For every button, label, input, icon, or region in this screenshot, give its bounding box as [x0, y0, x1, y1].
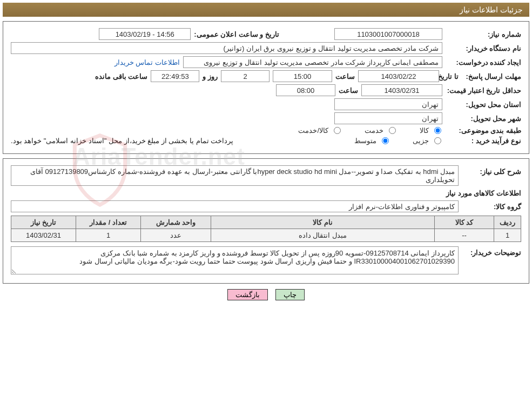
buyer-org: شرکت مادر تخصصی مدیریت تولید انتقال و تو…	[11, 42, 442, 54]
th-name: نام کالا	[211, 216, 435, 229]
contact-link[interactable]: اطلاعات تماس خریدار	[115, 58, 180, 66]
cell-row: 1	[494, 229, 521, 242]
deadline-date: 1403/02/22	[358, 70, 439, 82]
buyer-desc-label: توضیحات خریدار:	[462, 246, 521, 274]
deadline-label: مهلت ارسال پاسخ:	[462, 72, 521, 80]
city: تهران	[334, 112, 442, 124]
items-section-title: اطلاعات کالاهای مورد نیاز	[11, 189, 521, 197]
proc-medium-label: متوسط	[354, 137, 376, 145]
th-code: کد کالا	[435, 216, 494, 229]
deadline-time: 15:00	[273, 70, 332, 82]
hour-label-2: ساعت	[339, 86, 358, 95]
need-number: 1103001007000018	[334, 28, 442, 40]
proc-partial-label: جزیی	[413, 137, 429, 145]
cell-qty: 1	[76, 229, 141, 242]
payment-note: پرداخت تمام یا بخشی از مبلغ خرید،از محل …	[11, 137, 233, 145]
province: تهران	[334, 98, 442, 110]
proc-partial-radio[interactable]	[434, 137, 441, 144]
cell-code: --	[435, 229, 494, 242]
cat-both-radio[interactable]	[334, 127, 341, 134]
announce-value: 14:56 - 1403/02/19	[99, 28, 191, 40]
group: کامپیوتر و فناوری اطلاعات-نرم افزار	[11, 200, 459, 212]
to-date-label-1: تا تاریخ:	[442, 72, 459, 80]
validity-time: 08:00	[276, 84, 335, 96]
th-row: ردیف	[494, 216, 521, 229]
province-label: استان محل تحویل:	[446, 100, 521, 109]
need-info-panel: شماره نیاز: 1103001007000018 تاریخ و ساع…	[3, 21, 529, 154]
buyer-desc: کارپرداز ایمانی 09125708714-تسویه 90روزه…	[11, 246, 459, 274]
panel-title: جزئیات اطلاعات نیاز	[460, 5, 523, 14]
back-button[interactable]: بازگشت	[227, 289, 268, 300]
proc-medium-radio[interactable]	[382, 137, 389, 144]
subject: مبدل hdmi به تفکیک صدا و تصویر--مدل hype…	[11, 165, 459, 186]
category-label: طبقه بندی موضوعی:	[446, 126, 521, 135]
subject-label: شرح کلی نیاز:	[462, 165, 521, 176]
cell-name: مبدل انتقال داده	[211, 229, 435, 242]
cell-date: 1403/02/31	[11, 229, 76, 242]
requester: مصطفی ایمانی کارپرداز شرکت مادر تخصصی مد…	[183, 56, 442, 68]
need-detail-panel: شرح کلی نیاز: مبدل hdmi به تفکیک صدا و ت…	[3, 158, 529, 284]
cat-goods-radio[interactable]	[434, 127, 441, 134]
validity-label: حداقل تاریخ اعتبار قیمت:	[446, 86, 521, 95]
panel-header: جزئیات اطلاعات نیاز	[3, 3, 529, 17]
cat-goods-label: کالا	[420, 126, 429, 135]
th-unit: واحد شمارش	[141, 216, 211, 229]
items-table: ردیف کد کالا نام کالا واحد شمارش تعداد /…	[11, 216, 521, 242]
cat-both-label: کالا/خدمت	[298, 126, 328, 135]
print-button[interactable]: چاپ	[275, 289, 305, 300]
countdown: 22:49:53	[151, 70, 199, 82]
city-label: شهر محل تحویل:	[446, 115, 521, 123]
days-label: روز و	[203, 72, 218, 80]
need-number-label: شماره نیاز:	[446, 30, 521, 38]
days-remaining: 2	[221, 70, 270, 82]
validity-date: 1403/02/31	[361, 84, 442, 96]
buyer-org-label: نام دستگاه خریدار:	[446, 44, 521, 52]
hour-label-1: ساعت	[335, 72, 355, 80]
button-row: چاپ بازگشت	[3, 289, 529, 300]
process-label: نوع فرآیند خرید :	[446, 137, 521, 145]
cat-service-label: خدمت	[365, 126, 383, 135]
requester-label: ایجاد کننده درخواست:	[446, 58, 521, 66]
cell-unit: عدد	[141, 229, 211, 242]
th-date: تاریخ نیاز	[11, 216, 76, 229]
remaining-label: ساعت باقی مانده	[95, 72, 147, 80]
th-qty: تعداد / مقدار	[76, 216, 141, 229]
table-row: 1 -- مبدل انتقال داده عدد 1 1403/02/31	[11, 229, 521, 242]
cat-service-radio[interactable]	[389, 127, 396, 134]
group-label: گروه کالا:	[462, 203, 521, 211]
announce-label: تاریخ و ساعت اعلان عمومی:	[194, 30, 279, 38]
